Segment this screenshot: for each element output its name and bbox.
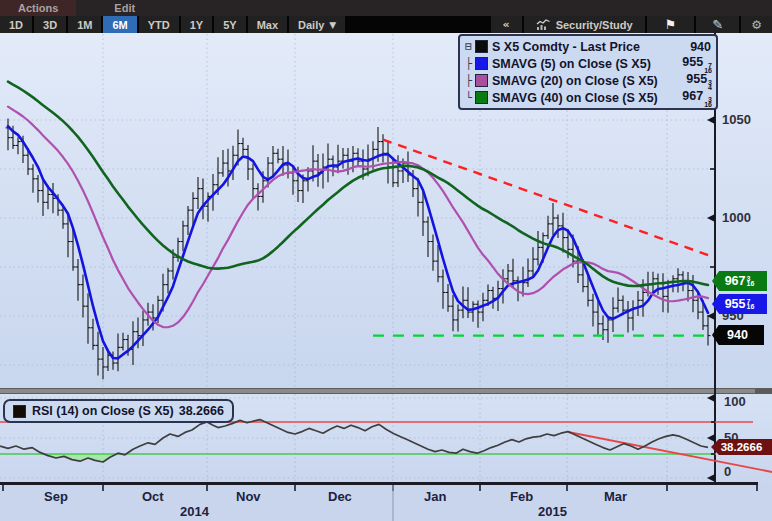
period-label: Daily [298,19,324,31]
rsi-tick-0: 0 [724,464,731,479]
series-swatch-smavg40 [475,91,488,104]
month-label-feb: Feb [510,489,533,504]
time-axis [0,482,772,521]
series-value: 967 [682,89,703,103]
year-label-2015: 2015 [538,504,567,519]
toolbar-right-group: « Security/Study ⚑ ✎ ⚙ [489,16,772,33]
month-label-oct: Oct [142,489,164,504]
month-label-nov: Nov [236,489,261,504]
security-study-label: Security/Study [556,19,633,31]
security-legend: ⊟ S X5 Comdty - Last Price 940 ├ SMAVG (… [458,34,718,110]
series-value: 940 [690,40,711,54]
tree-branch-icon: ├ [462,57,475,70]
series-swatch-smavg5 [475,57,488,70]
range-ytd-button[interactable]: YTD [139,16,179,33]
series-label: SMAVG (5) on Close (S X5) [492,57,682,71]
range-max-button[interactable]: Max [248,16,287,33]
chevron-down-icon: ▼ [329,20,336,30]
tree-branch-icon: ├ [462,74,475,87]
flag-button[interactable]: ⚑ [647,16,695,33]
legend-row-smavg40[interactable]: └ SMAVG (40) on Close (S X5) 967316 [462,89,712,106]
series-label: SMAVG (40) on Close (S X5) [492,91,682,105]
range-1y-button[interactable]: 1Y [181,16,212,33]
price-tag-last: 940 [712,325,764,345]
series-label: S X5 Comdty - Last Price [492,40,690,54]
series-label: SMAVG (20) on Close (S X5) [492,74,686,88]
price-tag-smavg40: 967316 [712,271,767,291]
year-label-2014: 2014 [180,504,209,519]
time-axis-line [0,482,758,485]
rsi-swatch [13,405,26,418]
flag-icon: ⚑ [665,17,677,32]
range-toolbar: 1D 3D 1M 6M YTD 1Y 5Y Max Daily ▼ « Secu… [0,16,772,33]
collapse-button[interactable]: « [491,16,522,33]
tree-expander-icon[interactable]: ⊟ [462,40,475,53]
range-5y-button[interactable]: 5Y [214,16,245,33]
range-3d-button[interactable]: 3D [34,16,66,33]
rsi-value: 38.2666 [179,404,224,418]
range-1d-button[interactable]: 1D [0,16,32,33]
annotate-button[interactable]: ✎ [696,16,739,33]
period-dropdown[interactable]: Daily ▼ [289,16,345,33]
month-label-mar: Mar [604,489,627,504]
rsi-tick-100: 100 [724,394,746,409]
month-label-dec: Dec [328,489,352,504]
menu-actions[interactable]: Actions [0,0,76,16]
settings-button[interactable]: ⚙ [741,16,772,33]
legend-row-smavg5[interactable]: ├ SMAVG (5) on Close (S X5) 955716 [462,55,712,72]
month-label-jan: Jan [424,489,446,504]
terminal-window: Actions Edit 1D 3D 1M 6M YTD 1Y 5Y Max D… [0,0,772,521]
pencil-icon: ✎ [712,17,723,32]
rsi-legend[interactable]: RSI (14) on Close (S X5) 38.2666 [3,399,234,423]
rsi-value-tag: 38.2666 [711,439,772,455]
tree-branch-end-icon: └ [462,91,475,104]
range-6m-button[interactable]: 6M [103,16,136,33]
series-swatch-smavg20 [475,74,488,87]
menu-bar: Actions Edit [0,0,772,16]
series-value: 955 [682,55,703,69]
menu-edit[interactable]: Edit [100,0,149,16]
double-chevron-left-icon: « [503,18,510,31]
month-label-sep: Sep [44,489,68,504]
price-tag-smavg5: 955716 [712,294,767,314]
series-value: 955 [686,72,707,86]
legend-row-last-price[interactable]: ⊟ S X5 Comdty - Last Price 940 [462,38,712,55]
price-tick-1000: 1000 [722,210,751,225]
series-swatch-last [475,40,488,53]
legend-row-smavg20[interactable]: ├ SMAVG (20) on Close (S X5) 95534 [462,72,712,89]
gear-icon: ⚙ [751,18,762,32]
price-tick-1050: 1050 [722,112,751,127]
rsi-label: RSI (14) on Close (S X5) [32,404,174,418]
chart-icon [536,19,551,31]
security-study-button[interactable]: Security/Study [524,16,645,33]
range-1m-button[interactable]: 1M [68,16,101,33]
